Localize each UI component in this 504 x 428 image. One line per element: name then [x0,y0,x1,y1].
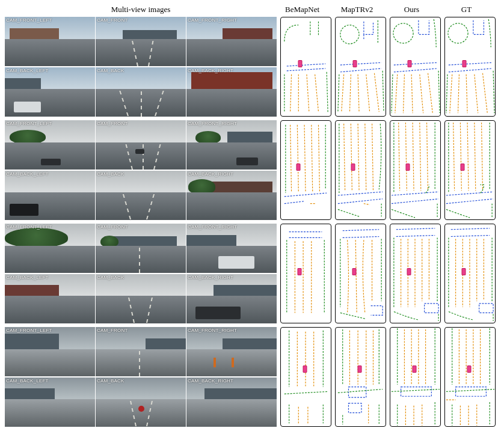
header-ours: Ours [386,5,437,14]
multiview-grid: CAM_FRONT_LEFT CAM_FRONT CAM_FRONT_RIGHT… [5,120,277,220]
ego-vehicle-icon [303,365,307,373]
cam-back: CAM_BACK [96,171,186,220]
cam-front-right: CAM_FRONT_RIGHT [186,224,277,273]
ego-vehicle-icon [412,365,416,373]
ego-vehicle-icon [407,60,411,67]
cam-front-right: CAM_FRONT_RIGHT [186,327,277,376]
ego-vehicle-icon [297,268,301,275]
column-header-row: Multi-view images BeMapNet MapTRv2 Ours … [5,5,499,14]
map-ours [390,17,441,117]
multiview-grid: CAM_FRONT_LEFT CAM_FRONT CAM_FRONT_RIGHT… [5,327,277,427]
cam-back-left: CAM_BACK_LEFT [5,67,95,117]
scene-row-1: CAM_FRONT_LEFT CAM_FRONT CAM_FRONT_RIGHT… [5,17,499,117]
map-ours [390,224,441,323]
ego-vehicle-icon [406,164,410,171]
map-gt [444,17,496,117]
multiview-grid: CAM_FRONT_LEFT CAM_FRONT CAM_FRONT_RIGHT… [5,17,277,117]
cam-back-right: CAM_BACK_RIGHT [186,67,277,117]
header-maptrv2: MapTRv2 [331,5,383,14]
map-gt [444,327,496,427]
map-bemapnet [280,17,331,117]
ego-vehicle-icon [462,60,466,67]
scene-row-4: CAM_FRONT_LEFT CAM_FRONT CAM_FRONT_RIGHT… [5,327,499,427]
ego-vehicle-icon [352,268,356,275]
ego-vehicle-icon [352,60,357,67]
scene-row-3: CAM_FRONT_LEFT CAM_FRONT CAM_FRONT_RIGHT… [5,224,499,323]
map-ours [390,120,441,220]
cam-back: CAM_BACK [96,67,186,117]
svg-point-0 [340,25,359,44]
cam-front-right: CAM_FRONT_RIGHT [186,120,277,170]
cam-front-left: CAM_FRONT_LEFT [5,120,95,170]
scene-row-2: CAM_FRONT_LEFT CAM_FRONT CAM_FRONT_RIGHT… [5,120,499,220]
cam-front-left: CAM_FRONT_LEFT [5,224,95,273]
ego-vehicle-icon [298,60,302,67]
map-bemapnet [280,327,331,427]
cam-front-right: CAM_FRONT_RIGHT [186,17,277,66]
cam-back-left: CAM_BACK_LEFT [5,274,95,323]
comparison-figure: Multi-view images BeMapNet MapTRv2 Ours … [5,5,499,428]
header-bemapnet: BeMapNet [277,5,328,14]
cam-front: CAM_FRONT [96,327,186,376]
cam-front-left: CAM_FRONT_LEFT [5,327,95,376]
ego-vehicle-icon [461,164,465,171]
map-bemapnet [280,224,331,323]
map-maptrv2 [335,17,386,117]
ego-vehicle-icon [297,164,301,171]
cam-front: CAM_FRONT [96,17,186,66]
cam-back-left: CAM_BACK_LEFT [5,171,95,220]
header-multiview: Multi-view images [5,5,277,14]
cam-back: CAM_BACK [96,378,186,427]
ego-vehicle-icon [461,268,466,275]
cam-back-right: CAM_BACK_RIGHT [186,378,277,427]
multiview-grid: CAM_FRONT_LEFT CAM_FRONT CAM_FRONT_RIGHT… [5,224,277,323]
cam-front: CAM_FRONT [96,224,186,273]
cam-front-left: CAM_FRONT_LEFT [5,17,95,66]
map-ours [390,327,441,427]
cam-front: CAM_FRONT [96,120,186,170]
cam-back-right: CAM_BACK_RIGHT [186,171,277,220]
map-gt [444,120,496,220]
cam-back-right: CAM_BACK_RIGHT [186,274,277,323]
ego-vehicle-icon [467,365,471,373]
svg-point-1 [393,23,413,43]
map-maptrv2 [335,224,386,323]
map-maptrv2 [335,327,386,427]
cam-back: CAM_BACK [96,274,186,323]
cam-back-left: CAM_BACK_LEFT [5,378,95,427]
ego-vehicle-icon [407,268,411,275]
header-gt: GT [441,5,492,14]
ego-vehicle-icon [351,164,355,171]
map-bemapnet [280,120,331,220]
svg-point-2 [448,23,468,43]
map-gt [444,224,496,323]
ego-vehicle-icon [357,365,361,373]
map-maptrv2 [335,120,386,220]
